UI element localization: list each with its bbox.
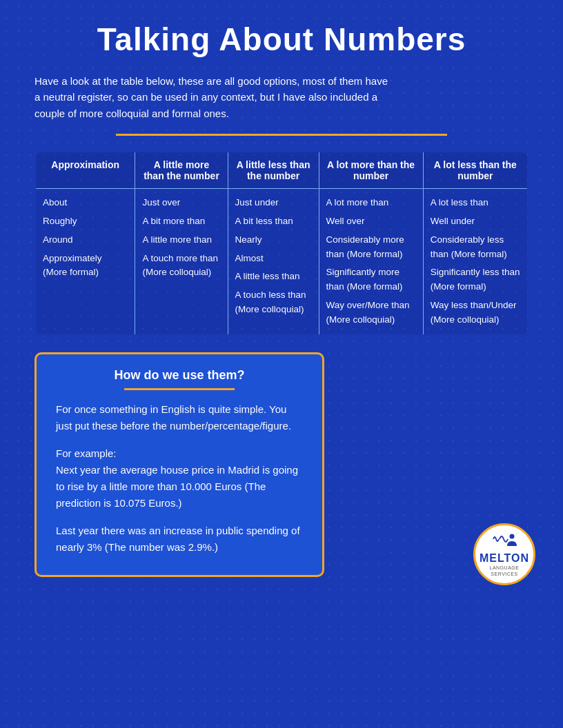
cell-lot-less: A lot less than Well under Considerably … — [423, 188, 528, 335]
col-header-lot-more: A lot more than the number — [319, 152, 423, 189]
cell-lot-more: A lot more than Well over Considerably m… — [319, 188, 423, 335]
melton-logo: MELTON LANGUAGE SERVICES — [473, 523, 535, 585]
melton-sub: LANGUAGE SERVICES — [475, 565, 533, 577]
usage-para-1: For once something in English is quite s… — [56, 401, 303, 434]
usage-divider — [124, 388, 235, 390]
numbers-table: Approximation A little more than the num… — [34, 151, 529, 336]
col-header-little-less: A little less than the number — [228, 152, 319, 189]
page-title: Talking About Numbers — [34, 21, 529, 58]
usage-para-3: Last year there was an increase in publi… — [56, 523, 303, 556]
usage-text: For once something in English is quite s… — [56, 401, 303, 556]
usage-box: How do we use them? For once something i… — [34, 352, 324, 577]
table-row: About Roughly Around Approximately (More… — [35, 188, 528, 335]
bottom-section: How do we use them? For once something i… — [34, 352, 529, 577]
cell-approximation: About Roughly Around Approximately (More… — [35, 188, 135, 335]
usage-para-2: For example:Next year the average house … — [56, 445, 303, 512]
col-header-approximation: Approximation — [35, 152, 135, 189]
melton-brand: MELTON — [480, 552, 529, 565]
gold-divider — [116, 134, 447, 136]
col-header-little-more: A little more than the number — [135, 152, 228, 189]
col-header-lot-less: A lot less than the number — [423, 152, 528, 189]
melton-logo-icon — [492, 532, 517, 551]
intro-text: Have a look at the table below, these ar… — [34, 73, 393, 121]
cell-little-less: Just under A bit less than Nearly Almost… — [228, 188, 319, 335]
usage-title: How do we use them? — [56, 368, 303, 383]
svg-point-0 — [510, 534, 515, 538]
page-wrapper: Talking About Numbers Have a look at the… — [0, 0, 563, 605]
cell-little-more: Just over A bit more than A little more … — [135, 188, 228, 335]
